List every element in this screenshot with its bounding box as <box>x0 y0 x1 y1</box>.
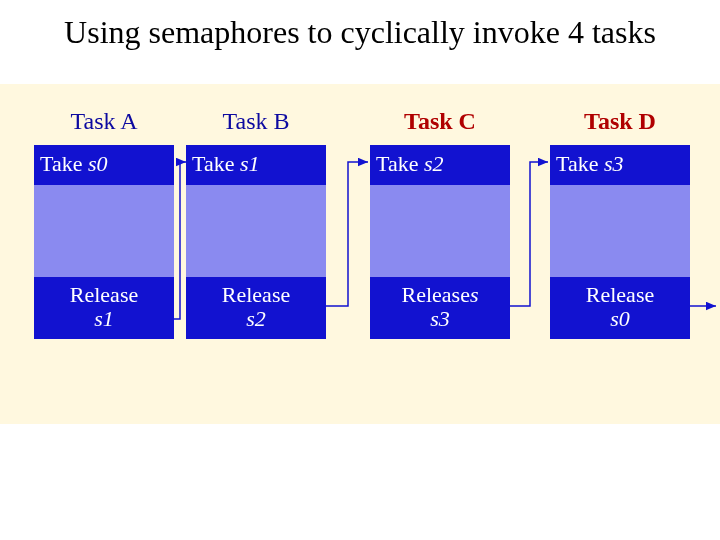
task-header-d: Task D <box>550 100 690 145</box>
body-block-b <box>186 185 326 277</box>
task-header-b: Task B <box>186 100 326 145</box>
task-header-a: Task A <box>34 100 174 145</box>
release-block-b: Releases2 <box>186 277 326 339</box>
task-column-a: Task A Take s0 Releases1 <box>34 100 174 339</box>
arrow-a-to-b <box>174 162 186 319</box>
take-block-a: Take s0 <box>34 145 174 185</box>
arrow-b-to-c <box>326 162 368 306</box>
take-block-d: Take s3 <box>550 145 690 185</box>
release-block-a: Releases1 <box>34 277 174 339</box>
body-block-c <box>370 185 510 277</box>
take-block-c: Take s2 <box>370 145 510 185</box>
body-block-d <box>550 185 690 277</box>
task-column-d: Task D Take s3 Releases0 <box>550 100 690 339</box>
task-header-c: Task C <box>370 100 510 145</box>
release-block-c: Releasess3 <box>370 277 510 339</box>
body-block-a <box>34 185 174 277</box>
release-block-d: Releases0 <box>550 277 690 339</box>
arrow-c-to-d <box>510 162 548 306</box>
page-title: Using semaphores to cyclically invoke 4 … <box>0 0 720 60</box>
take-block-b: Take s1 <box>186 145 326 185</box>
task-column-b: Task B Take s1 Releases2 <box>186 100 326 339</box>
diagram-stage: Task A Take s0 Releases1 Task B Take s1 … <box>0 84 720 424</box>
task-column-c: Task C Take s2 Releasess3 <box>370 100 510 339</box>
